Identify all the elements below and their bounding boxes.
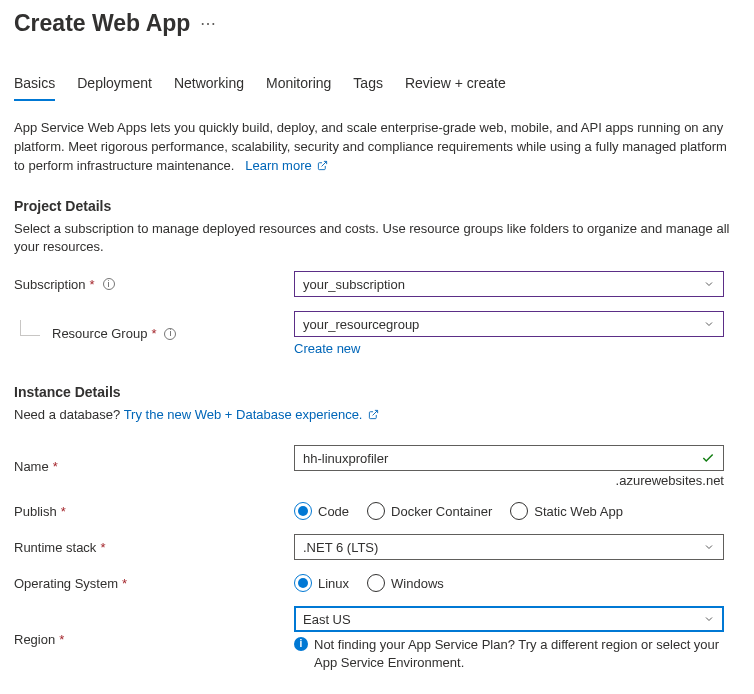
radio-docker-label: Docker Container <box>391 504 492 519</box>
radio-static-label: Static Web App <box>534 504 623 519</box>
subscription-value: your_subscription <box>303 277 405 292</box>
chevron-down-icon <box>703 278 715 290</box>
svg-line-1 <box>373 411 378 416</box>
label-region-text: Region <box>14 632 55 647</box>
page-title-text: Create Web App <box>14 10 190 37</box>
label-runtime-text: Runtime stack <box>14 540 96 555</box>
chevron-down-icon <box>703 613 715 625</box>
label-resource-group-text: Resource Group <box>52 326 147 341</box>
row-region: Region * East US i Not finding your App … <box>14 606 740 672</box>
web-database-link[interactable]: Try the new Web + Database experience. <box>124 407 379 422</box>
tab-review-create[interactable]: Review + create <box>405 75 506 101</box>
region-hint: i Not finding your App Service Plan? Try… <box>294 636 724 672</box>
tab-networking[interactable]: Networking <box>174 75 244 101</box>
region-value: East US <box>303 612 351 627</box>
tab-deployment[interactable]: Deployment <box>77 75 152 101</box>
radio-icon <box>367 574 385 592</box>
radio-code[interactable]: Code <box>294 502 349 520</box>
region-hint-text: Not finding your App Service Plan? Try a… <box>314 636 724 672</box>
radio-linux[interactable]: Linux <box>294 574 349 592</box>
row-runtime: Runtime stack * .NET 6 (LTS) <box>14 534 740 560</box>
check-icon <box>701 451 715 465</box>
label-name-text: Name <box>14 459 49 474</box>
name-input-value: hh-linuxprofiler <box>303 451 388 466</box>
tree-indent-icon <box>20 320 40 336</box>
create-new-rg-link[interactable]: Create new <box>294 341 360 356</box>
label-runtime: Runtime stack * <box>14 540 294 555</box>
required-icon: * <box>59 632 64 647</box>
label-region: Region * <box>14 632 294 647</box>
label-os-text: Operating System <box>14 576 118 591</box>
resource-group-value: your_resourcegroup <box>303 317 419 332</box>
web-database-link-text: Try the new Web + Database experience. <box>124 407 363 422</box>
required-icon: * <box>100 540 105 555</box>
row-name: Name * hh-linuxprofiler .azurewebsites.n… <box>14 445 740 488</box>
runtime-value: .NET 6 (LTS) <box>303 540 378 555</box>
info-blue-icon: i <box>294 637 308 651</box>
label-publish-text: Publish <box>14 504 57 519</box>
label-os: Operating System * <box>14 576 294 591</box>
required-icon: * <box>151 326 156 341</box>
subscription-dropdown[interactable]: your_subscription <box>294 271 724 297</box>
label-subscription: Subscription * i <box>14 277 294 292</box>
row-resource-group: Resource Group * i your_resourcegroup Cr… <box>14 311 740 356</box>
radio-static[interactable]: Static Web App <box>510 502 623 520</box>
more-actions-icon[interactable]: ⋯ <box>200 14 217 33</box>
radio-windows[interactable]: Windows <box>367 574 444 592</box>
learn-more-link[interactable]: Learn more <box>245 158 328 173</box>
tab-basics[interactable]: Basics <box>14 75 55 101</box>
tab-monitoring[interactable]: Monitoring <box>266 75 331 101</box>
required-icon: * <box>122 576 127 591</box>
tabs: Basics Deployment Networking Monitoring … <box>14 75 740 101</box>
os-radios: Linux Windows <box>294 574 724 592</box>
radio-code-label: Code <box>318 504 349 519</box>
db-prompt: Need a database? Try the new Web + Datab… <box>14 406 740 425</box>
radio-linux-label: Linux <box>318 576 349 591</box>
radio-icon <box>294 574 312 592</box>
db-prompt-text: Need a database? <box>14 407 120 422</box>
resource-group-dropdown[interactable]: your_resourcegroup <box>294 311 724 337</box>
svg-line-0 <box>322 161 327 166</box>
label-publish: Publish * <box>14 504 294 519</box>
name-input[interactable]: hh-linuxprofiler <box>294 445 724 471</box>
info-icon[interactable]: i <box>103 278 115 290</box>
radio-windows-label: Windows <box>391 576 444 591</box>
label-subscription-text: Subscription <box>14 277 86 292</box>
runtime-dropdown[interactable]: .NET 6 (LTS) <box>294 534 724 560</box>
learn-more-label: Learn more <box>245 158 311 173</box>
radio-icon <box>510 502 528 520</box>
required-icon: * <box>61 504 66 519</box>
row-os: Operating System * Linux Windows <box>14 574 740 592</box>
radio-icon <box>367 502 385 520</box>
radio-icon <box>294 502 312 520</box>
label-resource-group: Resource Group * i <box>14 326 294 342</box>
intro-text: App Service Web Apps lets you quickly bu… <box>14 119 740 176</box>
external-link-icon <box>368 409 379 420</box>
project-details-desc: Select a subscription to manage deployed… <box>14 220 740 258</box>
label-name: Name * <box>14 459 294 474</box>
radio-docker[interactable]: Docker Container <box>367 502 492 520</box>
region-dropdown[interactable]: East US <box>294 606 724 632</box>
required-icon: * <box>53 459 58 474</box>
external-link-icon <box>317 160 328 171</box>
project-details-heading: Project Details <box>14 198 740 214</box>
publish-radios: Code Docker Container Static Web App <box>294 502 724 520</box>
instance-details-heading: Instance Details <box>14 384 740 400</box>
info-icon[interactable]: i <box>164 328 176 340</box>
name-suffix: .azurewebsites.net <box>294 473 724 488</box>
chevron-down-icon <box>703 541 715 553</box>
page-title: Create Web App ⋯ <box>14 10 740 37</box>
row-subscription: Subscription * i your_subscription <box>14 271 740 297</box>
required-icon: * <box>90 277 95 292</box>
row-publish: Publish * Code Docker Container Static W… <box>14 502 740 520</box>
tab-tags[interactable]: Tags <box>353 75 383 101</box>
intro-body: App Service Web Apps lets you quickly bu… <box>14 120 727 173</box>
chevron-down-icon <box>703 318 715 330</box>
